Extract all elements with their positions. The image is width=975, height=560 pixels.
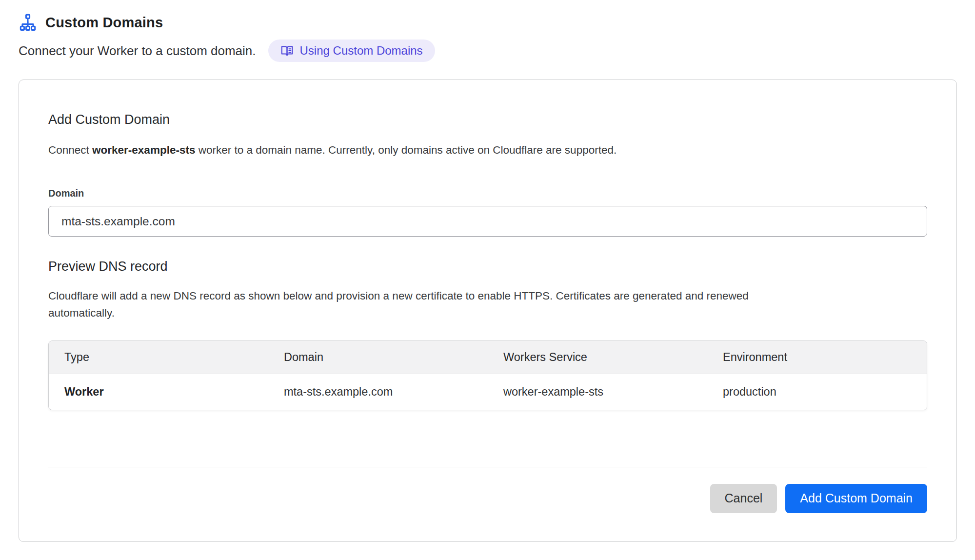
col-header-domain: Domain bbox=[268, 341, 488, 374]
subtitle-row: Connect your Worker to a custom domain. … bbox=[19, 40, 957, 62]
add-custom-domain-button[interactable]: Add Custom Domain bbox=[785, 484, 927, 513]
table-row: Worker mta-sts.example.com worker-exampl… bbox=[49, 374, 927, 410]
page-subtitle: Connect your Worker to a custom domain. bbox=[19, 43, 256, 59]
card-heading: Add Custom Domain bbox=[48, 112, 927, 127]
col-header-type: Type bbox=[49, 341, 268, 374]
page-header: Custom Domains bbox=[19, 14, 957, 31]
cell-domain: mta-sts.example.com bbox=[268, 374, 488, 410]
table-header-row: Type Domain Workers Service Environment bbox=[49, 341, 927, 374]
cell-type: Worker bbox=[49, 374, 268, 410]
sitemap-icon bbox=[19, 14, 37, 31]
add-custom-domain-card: Add Custom Domain Connect worker-example… bbox=[19, 80, 957, 542]
worker-name: worker-example-sts bbox=[92, 144, 195, 156]
docs-link-badge[interactable]: Using Custom Domains bbox=[268, 40, 435, 62]
col-header-environment: Environment bbox=[707, 341, 927, 374]
intro-text: Connect worker-example-sts worker to a d… bbox=[48, 144, 927, 157]
open-book-icon bbox=[280, 44, 294, 58]
intro-suffix: worker to a domain name. Currently, only… bbox=[195, 144, 617, 156]
page-title: Custom Domains bbox=[45, 15, 163, 31]
domain-input[interactable] bbox=[48, 206, 927, 237]
dns-preview-table: Type Domain Workers Service Environment … bbox=[48, 340, 927, 410]
preview-dns-description: Cloudflare will add a new DNS record as … bbox=[48, 288, 770, 322]
cell-environment: production bbox=[707, 374, 927, 410]
cell-workers-service: worker-example-sts bbox=[488, 374, 707, 410]
preview-dns-heading: Preview DNS record bbox=[48, 259, 927, 274]
page: Custom Domains Connect your Worker to a … bbox=[0, 0, 975, 542]
docs-link-label: Using Custom Domains bbox=[300, 44, 423, 58]
cancel-button[interactable]: Cancel bbox=[710, 484, 777, 513]
domain-field-label: Domain bbox=[48, 188, 927, 199]
col-header-workers-service: Workers Service bbox=[488, 341, 707, 374]
footer-divider bbox=[48, 467, 927, 467]
intro-prefix: Connect bbox=[48, 144, 92, 156]
footer-actions: Cancel Add Custom Domain bbox=[48, 484, 927, 513]
